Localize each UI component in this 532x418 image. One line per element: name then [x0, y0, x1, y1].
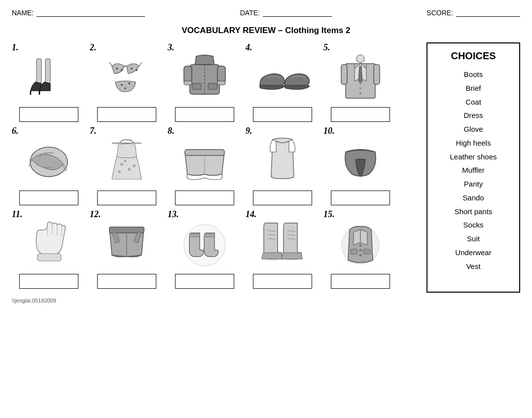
choice-item: Dress	[432, 109, 514, 122]
item-3-answer[interactable]	[175, 107, 234, 122]
svg-rect-53	[204, 234, 214, 237]
svg-point-26	[359, 87, 361, 89]
item-12-number: 12.	[90, 209, 101, 220]
choice-item: High heels	[432, 136, 514, 150]
item-15: 15.	[323, 209, 397, 289]
item-3-image	[177, 54, 232, 103]
item-5-number: 5.	[323, 42, 330, 53]
item-8-answer[interactable]	[175, 190, 234, 205]
svg-rect-64	[351, 249, 357, 254]
item-8-image	[177, 137, 232, 187]
choice-item: Boots	[432, 68, 514, 81]
item-10-answer[interactable]	[331, 190, 390, 205]
choices-list: BootsBriefCoatDressGloveHigh heelsLeathe…	[432, 68, 514, 273]
svg-rect-19	[217, 81, 225, 85]
svg-rect-0	[36, 59, 41, 83]
svg-point-11	[121, 84, 123, 86]
main-layout: 1.	[12, 42, 520, 293]
item-6-image	[22, 137, 76, 187]
svg-point-13	[124, 87, 126, 89]
item-9: 9.	[246, 126, 319, 205]
item-14-image	[255, 221, 310, 270]
item-6-answer[interactable]	[19, 190, 78, 205]
date-field: DATE:	[240, 9, 332, 17]
date-line	[263, 16, 332, 17]
svg-rect-65	[363, 249, 370, 254]
item-7-image	[100, 137, 154, 187]
item-12-answer[interactable]	[97, 274, 156, 289]
svg-point-35	[120, 163, 123, 166]
item-2-number: 2.	[90, 42, 97, 53]
svg-point-7	[116, 68, 118, 70]
item-9-number: 9.	[246, 126, 252, 136]
name-label: NAME:	[12, 9, 34, 17]
item-15-answer[interactable]	[331, 274, 390, 289]
item-5-image	[333, 54, 388, 103]
item-15-number: 15.	[323, 209, 335, 220]
page-title: VOCABULARY REVIEW – Clothing Items 2	[12, 26, 520, 36]
svg-point-10	[136, 69, 138, 71]
svg-rect-40	[185, 150, 224, 155]
item-9-answer[interactable]	[253, 190, 312, 205]
item-6: 6.	[12, 126, 86, 205]
svg-line-5	[109, 62, 112, 66]
item-2-answer[interactable]	[97, 107, 156, 122]
item-15-image	[333, 221, 388, 270]
date-label: DATE:	[240, 9, 260, 17]
score-line	[456, 16, 520, 17]
row-3: 11.	[12, 209, 422, 289]
item-12-image	[100, 221, 154, 270]
score-label: SCORE:	[426, 9, 453, 17]
svg-point-63	[359, 254, 362, 257]
item-4-image	[255, 54, 310, 103]
item-3: 3.	[168, 42, 242, 122]
name-field: NAME:	[12, 9, 145, 17]
item-13-number: 13.	[168, 209, 179, 220]
item-8: 8.	[168, 126, 242, 205]
choice-item: Coat	[432, 95, 514, 109]
score-field: SCORE:	[426, 9, 520, 17]
item-13: 13.	[168, 209, 242, 289]
item-4-number: 4.	[246, 42, 252, 53]
item-11-answer[interactable]	[19, 274, 78, 289]
item-6-number: 6.	[12, 126, 19, 136]
svg-point-25	[359, 82, 361, 84]
item-10-image	[333, 137, 388, 187]
svg-rect-20	[192, 83, 201, 89]
svg-point-8	[121, 69, 123, 71]
item-10: 10.	[323, 126, 397, 205]
item-4-answer[interactable]	[253, 107, 312, 122]
svg-point-39	[118, 170, 121, 173]
svg-point-62	[359, 249, 362, 252]
item-8-number: 8.	[168, 126, 175, 136]
svg-rect-23	[341, 65, 347, 84]
choice-item: Socks	[432, 218, 514, 232]
item-5-answer[interactable]	[331, 107, 390, 122]
choices-box: CHOICES BootsBriefCoatDressGloveHigh hee…	[426, 42, 520, 293]
item-5: 5.	[323, 42, 397, 122]
header: NAME: DATE: SCORE:	[12, 9, 520, 17]
item-1: 1.	[12, 42, 86, 122]
svg-point-61	[359, 244, 362, 247]
item-14-answer[interactable]	[253, 274, 312, 289]
name-line	[36, 16, 145, 17]
svg-line-6	[139, 62, 142, 66]
item-2-image	[100, 54, 154, 103]
item-2: 2.	[90, 42, 164, 122]
item-11-number: 11.	[12, 209, 23, 220]
item-14-number: 14.	[246, 209, 257, 220]
item-1-answer[interactable]	[19, 107, 78, 122]
choices-title: CHOICES	[432, 50, 514, 62]
svg-point-37	[124, 160, 127, 162]
row-2: 6.	[12, 126, 422, 205]
item-7-answer[interactable]	[97, 190, 156, 205]
item-13-answer[interactable]	[175, 274, 234, 289]
choice-item: Sando	[432, 191, 514, 205]
svg-point-27	[359, 92, 361, 94]
item-7: 7.	[90, 126, 164, 205]
svg-point-9	[131, 68, 133, 70]
svg-point-12	[128, 82, 130, 84]
item-13-image	[177, 221, 232, 270]
svg-point-38	[133, 164, 136, 167]
svg-point-36	[128, 168, 131, 171]
